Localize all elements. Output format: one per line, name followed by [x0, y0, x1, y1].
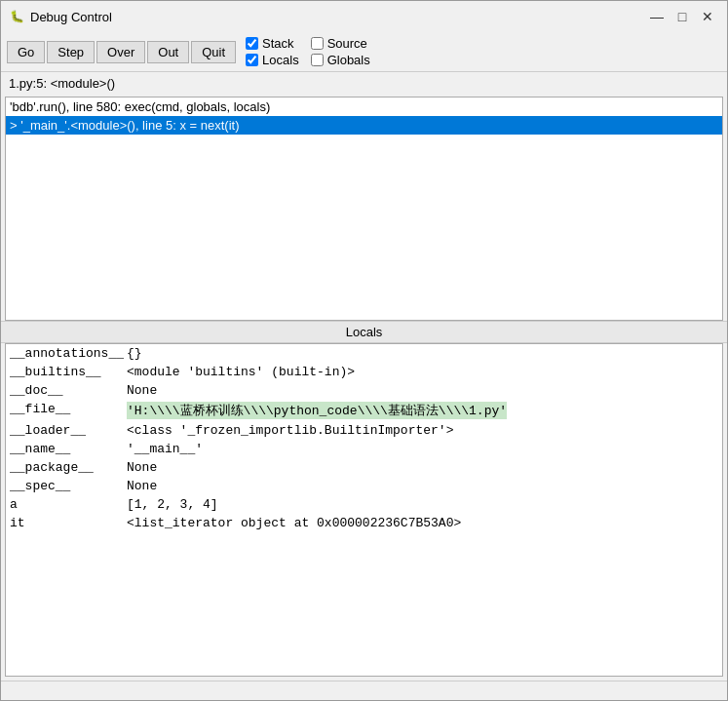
stack-item-0[interactable]: 'bdb'.run(), line 580: exec(cmd, globals… — [6, 97, 722, 116]
stack-checkbox-row: Stack — [246, 36, 299, 51]
locals-value-builtins: <module 'builtins' (built-in)> — [127, 365, 355, 379]
locals-value-name: '__main__' — [127, 442, 203, 456]
checkboxes-right: Source Globals — [311, 36, 370, 67]
toolbar: Go Step Over Out Quit Stack Locals Sourc… — [1, 32, 727, 72]
locals-name-loader: __loader__ — [10, 423, 127, 438]
close-button[interactable]: ✕ — [696, 7, 719, 26]
locals-row-package: __package__ None — [6, 458, 722, 477]
locals-value-loader: <class '_frozen_importlib.BuiltinImporte… — [127, 423, 453, 438]
locals-name-it: it — [10, 516, 127, 530]
locals-name-annotations: __annotations__ — [10, 346, 127, 361]
stack-panel: 'bdb'.run(), line 580: exec(cmd, globals… — [5, 97, 723, 321]
step-button[interactable]: Step — [47, 41, 95, 63]
locals-name-builtins: __builtins__ — [10, 365, 127, 379]
bottom-status-bar — [1, 681, 727, 700]
locals-row-spec: __spec__ None — [6, 477, 722, 495]
locals-value-spec: None — [127, 479, 157, 493]
stack-item-1[interactable]: > '_main_'.<module>(), line 5: x = next(… — [6, 116, 722, 135]
debug-panel: 'bdb'.run(), line 580: exec(cmd, globals… — [1, 95, 727, 681]
locals-row-a: a [1, 2, 3, 4] — [6, 495, 722, 514]
checkbox-group: Stack Locals Source Globals — [246, 36, 370, 67]
globals-checkbox[interactable] — [311, 54, 324, 66]
locals-value-it: <list_iterator object at 0x000002236C7B5… — [127, 516, 461, 530]
locals-row-annotations: __annotations__ {} — [6, 344, 722, 363]
out-button[interactable]: Out — [147, 41, 189, 63]
locals-header: Locals — [1, 321, 727, 343]
locals-name-name: __name__ — [10, 442, 127, 456]
window-controls: — □ ✕ — [645, 7, 719, 26]
app-icon: 🐛 — [9, 9, 24, 24]
source-label: Source — [327, 36, 367, 51]
window-title: Debug Control — [30, 10, 645, 24]
debug-control-window: 🐛 Debug Control — □ ✕ Go Step Over Out Q… — [0, 0, 728, 701]
minimize-button[interactable]: — — [645, 7, 669, 26]
locals-row-it: it <list_iterator object at 0x000002236C… — [6, 514, 722, 532]
globals-label: Globals — [327, 53, 370, 67]
locals-value-file: 'H:\\\\蓝桥杯训练\\\\python_code\\\\基础语法\\\\1… — [127, 402, 507, 419]
status-text: 1.py:5: <module>() — [9, 76, 115, 91]
locals-row-file: __file__ 'H:\\\\蓝桥杯训练\\\\python_code\\\\… — [6, 400, 722, 421]
locals-value-doc: None — [127, 383, 157, 398]
title-bar: 🐛 Debug Control — □ ✕ — [1, 1, 727, 32]
locals-row-name: __name__ '__main__' — [6, 440, 722, 458]
locals-row-builtins: __builtins__ <module 'builtins' (built-i… — [6, 363, 722, 381]
locals-row-doc: __doc__ None — [6, 381, 722, 400]
locals-name-package: __package__ — [10, 460, 127, 475]
source-checkbox[interactable] — [311, 37, 324, 50]
locals-value-package: None — [127, 460, 157, 475]
locals-panel: __annotations__ {} __builtins__ <module … — [5, 343, 723, 677]
locals-row-loader: __loader__ <class '_frozen_importlib.Bui… — [6, 421, 722, 440]
checkboxes-left: Stack Locals — [246, 36, 299, 67]
status-bar: 1.py:5: <module>() — [1, 72, 727, 95]
locals-value-a: [1, 2, 3, 4] — [127, 497, 218, 512]
locals-name-a: a — [10, 497, 127, 512]
locals-content[interactable]: __annotations__ {} __builtins__ <module … — [6, 344, 722, 676]
over-button[interactable]: Over — [96, 41, 145, 63]
locals-name-file: __file__ — [10, 402, 127, 419]
locals-label: Locals — [262, 53, 299, 67]
locals-checkbox-row: Locals — [246, 53, 299, 67]
stack-checkbox[interactable] — [246, 37, 258, 50]
locals-name-doc: __doc__ — [10, 383, 127, 398]
stack-label: Stack — [262, 36, 294, 51]
locals-value-annotations: {} — [127, 346, 142, 361]
locals-name-spec: __spec__ — [10, 479, 127, 493]
locals-checkbox[interactable] — [246, 54, 258, 66]
go-button[interactable]: Go — [7, 41, 45, 63]
globals-checkbox-row: Globals — [311, 53, 370, 67]
source-checkbox-row: Source — [311, 36, 370, 51]
maximize-button[interactable]: □ — [671, 7, 694, 26]
quit-button[interactable]: Quit — [191, 41, 236, 63]
stack-content[interactable]: 'bdb'.run(), line 580: exec(cmd, globals… — [6, 97, 722, 320]
